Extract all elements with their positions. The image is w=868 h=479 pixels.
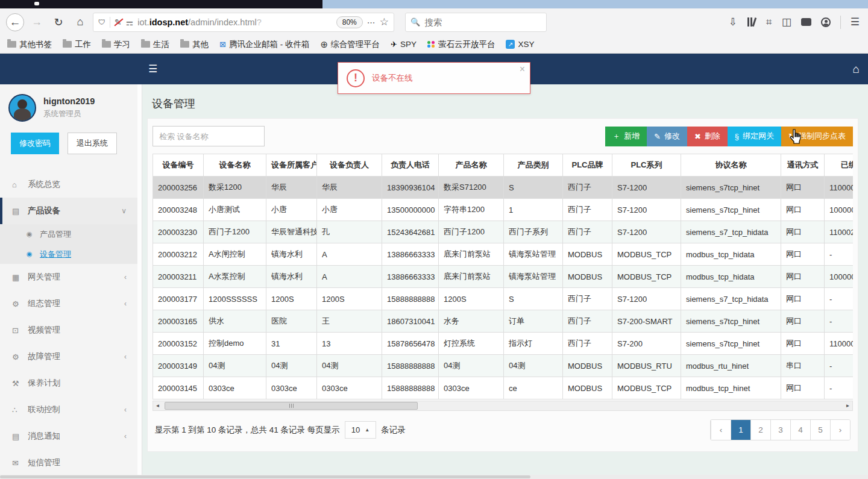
scroll-left-icon[interactable]: ◄ [153, 401, 162, 410]
table-row[interactable]: 200003256 数采1200 华辰 华辰 18390936104 数采S71… [153, 177, 854, 199]
bookmark-spy[interactable]: ✈SPY [391, 40, 417, 49]
table-row[interactable]: 200003211 A水泵控制 镇海水利 A 13886663333 底来门前泵… [153, 266, 854, 288]
bind-gateway-button[interactable]: §绑定网关 [728, 127, 781, 146]
table-header-cell[interactable]: 设备名称 [204, 154, 266, 177]
bookmark-mgmt-platform[interactable]: ⊕综合管理平台 [320, 39, 380, 50]
scrollbar-thumb[interactable] [165, 402, 418, 410]
screenshot-crop-icon[interactable]: ⌗ [766, 16, 772, 28]
table-row[interactable]: 200003152 控制demo 31 13 15878656478 灯控系统 … [153, 333, 854, 355]
table-header-cell[interactable]: PLC品牌 [563, 154, 612, 177]
page-button[interactable]: 2 [750, 420, 770, 440]
blocked-pencil-icon[interactable]: ✎ [115, 17, 122, 27]
reload-button[interactable]: ↻ [49, 13, 68, 31]
account-icon[interactable] [821, 17, 831, 27]
overflow-icon[interactable]: ⋯ [367, 17, 376, 27]
sidebar-menu-item[interactable]: ∴ 联动控制 ‹ [0, 396, 137, 423]
page-button[interactable]: 5 [810, 420, 830, 440]
table-header-cell[interactable]: PLC系列 [612, 154, 681, 177]
cell-plc-brand: 西门子 [563, 333, 612, 355]
cell-protocol: modbus_tcp_hinet [681, 377, 781, 399]
sidebar-menu-item[interactable]: ⊡ 视频管理 [0, 317, 137, 343]
delete-button[interactable]: ✖删除 [687, 127, 728, 146]
app-menu-icon[interactable]: ☰ [851, 16, 860, 28]
page-button[interactable]: ‹ [711, 420, 731, 440]
table-row[interactable]: 200003145 0303ce 0303ce 0303ce 158888888… [153, 377, 854, 399]
download-icon[interactable]: ⇩ [729, 16, 737, 28]
home-button[interactable]: ⌂ [71, 13, 89, 31]
sidebar-collapse-icon[interactable]: ☰ [148, 63, 157, 75]
sidebar-menu-item[interactable]: ▤ 产品设备 ∨ [0, 198, 137, 224]
library-icon[interactable] [747, 17, 756, 27]
cell-protocol: siemens_s7_tcp_hidata [681, 221, 781, 243]
folder-icon [102, 41, 111, 48]
sidebar-scroll-strip[interactable] [137, 84, 142, 475]
table-header-cell[interactable]: 产品类别 [504, 154, 563, 177]
device-search-input[interactable] [153, 126, 265, 146]
menu-item-label: 网关管理 [28, 272, 60, 283]
table-row[interactable]: 200003165 供水 医院 王 18607310041 水务 订单 西门子 … [153, 310, 854, 333]
table-row[interactable]: 200003212 A水闸控制 镇海水利 A 13886663333 底来门前泵… [153, 243, 854, 266]
bookmark-folder-misc[interactable]: 其他 [180, 39, 209, 50]
app-home-icon[interactable]: ⌂ [853, 63, 860, 76]
bookmark-folder-life[interactable]: 生活 [141, 39, 169, 50]
add-button[interactable]: ＋新增 [605, 127, 647, 146]
zoom-level-badge[interactable]: 80% [336, 16, 363, 28]
scrollbar-track[interactable] [162, 401, 843, 410]
table-header-cell[interactable]: 通讯方式 [781, 154, 825, 177]
scroll-right-icon[interactable]: ► [843, 401, 852, 410]
bookmark-folder-other-tags[interactable]: 其他书签 [7, 39, 52, 50]
sidebar-menu-item[interactable]: ▦ 网关管理 ‹ [0, 264, 137, 290]
forward-button[interactable]: → [28, 13, 46, 31]
chat-bubble-icon[interactable] [801, 18, 811, 26]
table-horizontal-scrollbar[interactable]: ◄ ► [153, 401, 853, 411]
cell-product-category: 镇海泵站管理 [504, 243, 563, 266]
bookmark-folder-work[interactable]: 工作 [63, 39, 91, 50]
table-row[interactable]: 200003248 小唐测试 小唐 小唐 13500000000 字符串1200… [153, 199, 854, 221]
bookmark-folder-study[interactable]: 学习 [102, 39, 130, 50]
page-button[interactable]: › [830, 420, 850, 440]
table-header-cell[interactable]: 产品名称 [439, 154, 504, 177]
page-button[interactable]: 4 [790, 420, 810, 440]
sidebar-menu-item[interactable]: ◉ 产品管理 [0, 224, 137, 244]
table-header-cell[interactable]: 负责人电话 [382, 154, 439, 177]
logout-button[interactable]: 退出系统 [68, 133, 117, 154]
bookmark-ys7-platform[interactable]: 萤石云开放平台 [427, 39, 495, 50]
shield-icon[interactable]: 🛡 [98, 18, 105, 27]
table-header-cell[interactable]: 设备负责人 [317, 154, 382, 177]
table-row[interactable]: 200003149 04测 04测 04测 15888888888 04测 04… [153, 355, 854, 377]
table-row[interactable]: 200003177 1200SSSSSS 1200S 1200S 1588888… [153, 288, 854, 310]
sidebar-menu-item[interactable]: ⚙ 故障管理 ‹ [0, 343, 137, 370]
sidebar-menu-item[interactable]: ◉ 设备管理 [0, 244, 137, 264]
alert-close-icon[interactable]: × [520, 64, 525, 75]
cell-product-category: 西门子系列 [504, 221, 563, 243]
browser-search-input[interactable] [424, 17, 541, 27]
sidebar-menu-item[interactable]: ▤ 消息通知 ‹ [0, 423, 137, 449]
table-header-cell[interactable]: 设备编号 [153, 154, 204, 177]
back-button[interactable]: ← [6, 13, 24, 31]
window-horizontal-scrollbar[interactable] [0, 475, 868, 479]
table-row[interactable]: 200003230 西门子1200 华辰智通科技 孔 15243642681 西… [153, 221, 854, 243]
sidebar-menu-item[interactable]: ⌂ 系统总览 [0, 171, 137, 198]
window-scrollbar-thumb[interactable] [0, 475, 530, 478]
sidebar-menu-item[interactable]: ⚙ 组态管理 ‹ [0, 290, 137, 317]
bookmark-tencent-mail[interactable]: ⊠腾讯企业邮箱 - 收件箱 [219, 39, 309, 50]
bookmark-xsy[interactable]: ↗XSY [506, 40, 534, 49]
cell-plc-series: MODBUS_TCP [612, 266, 681, 288]
table-header-cell[interactable]: 设备所属客户 [266, 154, 317, 177]
page-button[interactable]: 1 [731, 420, 750, 440]
cell-customer: 小唐 [266, 199, 317, 221]
bookmark-star-icon[interactable]: ☆ [380, 16, 389, 28]
change-password-button[interactable]: 修改密码 [11, 133, 59, 154]
table-header-cell[interactable]: 已绑定网关 [825, 154, 854, 177]
sidebar-menu-item[interactable]: ⚒ 保养计划 [0, 370, 137, 396]
page-button[interactable]: 3 [770, 420, 790, 440]
browser-search-box[interactable]: 🔍 [405, 13, 547, 32]
sidebar-toggle-icon[interactable]: ◫ [782, 16, 791, 28]
force-sync-button[interactable]: ↻强制同步点表 [781, 127, 853, 146]
page-size-select[interactable]: 10 ▲ [345, 421, 376, 439]
url-bar[interactable]: 🛡 ✎ ⚎ iot.idosp.net/admin/index.html? 80… [93, 13, 394, 32]
edit-button[interactable]: ✎修改 [647, 127, 687, 146]
permissions-icon[interactable]: ⚎ [126, 17, 134, 27]
sidebar-menu-item[interactable]: ✉ 短信管理 [0, 449, 137, 476]
table-header-cell[interactable]: 协议名称 [681, 154, 781, 177]
